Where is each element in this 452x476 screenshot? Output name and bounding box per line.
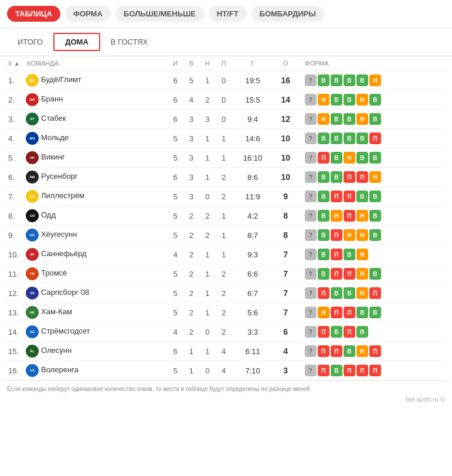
cell-goals: 7:10 xyxy=(232,361,274,380)
team-logo: RB xyxy=(26,171,39,183)
cell-team[interactable]: LSЛиллестрём xyxy=(23,187,167,206)
cell-team[interactable]: RBРусенборг xyxy=(23,168,167,187)
form-badge-4: Н xyxy=(356,113,368,125)
cell-goals: 6:6 xyxy=(232,264,274,284)
form-badge-3: В xyxy=(344,74,355,86)
form-badge-0: ? xyxy=(305,132,317,144)
cell-lost: 2 xyxy=(216,322,232,342)
form-badge-2: В xyxy=(331,171,342,183)
cell-team[interactable]: VÅВолеренга xyxy=(23,361,167,380)
cell-points: 4 xyxy=(274,342,298,361)
standings-table-container: # ▲ КОМАНДА И В Н П Г О ФОРМА 1.BGБудё/Г… xyxy=(0,56,452,380)
cell-won: 2 xyxy=(183,226,199,245)
form-badge-1: В xyxy=(318,171,329,183)
form-badge-2: В xyxy=(331,365,342,376)
cell-team[interactable]: ODОдд xyxy=(23,206,167,226)
standings-rows: 1.BGБудё/Глимт651019:516?ВВВВН2.BRБранн6… xyxy=(6,71,446,380)
cell-pos: 12. xyxy=(6,284,23,303)
top-tab-нт-ft[interactable]: НТ/FT xyxy=(209,6,247,22)
standings-table: # ▲ КОМАНДА И В Н П Г О ФОРМА 1.BGБудё/Г… xyxy=(6,56,446,380)
cell-played: 4 xyxy=(167,245,183,264)
team-logo: TR xyxy=(26,267,39,280)
top-tab-таблица[interactable]: ТАБЛИЦА xyxy=(7,6,60,22)
cell-goals: 8:6 xyxy=(232,168,274,187)
team-logo: VÅ xyxy=(26,364,39,377)
cell-team[interactable]: ÅLОлесунн xyxy=(23,342,167,361)
cell-goals: 11:9 xyxy=(232,187,274,206)
cell-team[interactable]: S8Сарпсборг 08 xyxy=(23,284,167,303)
form-badge-0: ? xyxy=(305,287,317,299)
cell-points: 10 xyxy=(274,168,298,187)
cell-lost: 0 xyxy=(216,90,232,110)
cell-spacer xyxy=(298,90,303,110)
top-tab-больше-меньше[interactable]: БОЛЬШЕ/МЕНЬШЕ xyxy=(115,6,204,22)
form-badge-4: В xyxy=(356,307,368,318)
cell-team[interactable]: BRБранн xyxy=(23,90,167,110)
cell-team[interactable]: SFСаннефьёрд xyxy=(23,245,167,264)
sub-tab-в гостях[interactable]: В ГОСТЯХ xyxy=(100,34,158,50)
sub-tab-дома[interactable]: ДОМА xyxy=(53,33,100,51)
cell-points: 7 xyxy=(274,264,298,284)
col-points: О xyxy=(274,56,298,71)
cell-won: 1 xyxy=(183,342,199,361)
form-badge-4: Н xyxy=(356,210,368,222)
form-badge-3: П xyxy=(344,171,355,183)
cell-form: ?НВВНВ xyxy=(303,110,446,129)
cell-pos: 14. xyxy=(6,322,23,342)
cell-team[interactable]: МОМольде xyxy=(23,129,167,148)
cell-goals: 6:11 xyxy=(232,342,274,361)
cell-team[interactable]: TRТромсё xyxy=(23,264,167,284)
table-row: 6.RBРусенборг63128:610?ВВППН xyxy=(6,168,446,187)
team-logo: BR xyxy=(26,93,39,106)
table-row: 16.VÅВолеренга51047:103?ПВППП xyxy=(6,361,446,380)
table-row: 4.МОМольде531114:610?ВВВВП xyxy=(6,129,446,148)
form-badge-4: П xyxy=(356,365,368,376)
cell-team[interactable]: SGСтрёмсгодсет xyxy=(23,322,167,342)
top-tabs-container: ТАБЛИЦАФОРМАБОЛЬШЕ/МЕНЬШЕНТ/FTБОМБАРДИРЫ xyxy=(0,0,452,28)
cell-drawn: 1 xyxy=(199,303,216,322)
cell-goals: 16:10 xyxy=(232,148,274,168)
cell-team[interactable]: STСтабек xyxy=(23,110,167,129)
cell-pos: 11. xyxy=(6,264,23,284)
cell-goals: 6:7 xyxy=(232,284,274,303)
cell-points: 7 xyxy=(274,284,298,303)
form-badge-4: Н xyxy=(356,345,368,357)
cell-team[interactable]: VKВикинг xyxy=(23,148,167,168)
cell-points: 10 xyxy=(274,148,298,168)
cell-spacer xyxy=(298,361,303,380)
cell-played: 5 xyxy=(167,129,183,148)
cell-team[interactable]: HKХам-Кам xyxy=(23,303,167,322)
table-header: # ▲ КОМАНДА И В Н П Г О ФОРМА xyxy=(6,56,446,71)
cell-played: 5 xyxy=(167,284,183,303)
form-badge-0: ? xyxy=(305,94,317,106)
form-badge-1: Н xyxy=(318,94,329,106)
form-badge-4: П xyxy=(356,171,368,183)
cell-pos: 2. xyxy=(6,90,23,110)
cell-won: 5 xyxy=(183,71,199,90)
form-badge-3: В xyxy=(344,113,355,125)
cell-team[interactable]: BGБудё/Глимт xyxy=(23,71,167,90)
cell-spacer xyxy=(298,284,303,303)
cell-spacer xyxy=(298,245,303,264)
form-badge-1: В xyxy=(318,74,329,86)
cell-drawn: 1 xyxy=(199,168,216,187)
cell-points: 14 xyxy=(274,90,298,110)
team-name-text: Волеренга xyxy=(41,365,79,374)
cell-lost: 4 xyxy=(216,342,232,361)
cell-pos: 16. xyxy=(6,361,23,380)
footer-brand: bid-sport.ru © xyxy=(0,395,452,406)
cell-pos: 15. xyxy=(6,342,23,361)
sub-tab-итого[interactable]: ИТОГО xyxy=(7,34,53,50)
team-name-text: Сарпсборг 08 xyxy=(41,288,89,297)
cell-played: 6 xyxy=(167,110,183,129)
form-badge-2: Н xyxy=(331,210,342,222)
team-name-text: Стабек xyxy=(41,114,66,123)
top-tab-форма[interactable]: ФОРМА xyxy=(65,6,111,22)
cell-spacer xyxy=(298,187,303,206)
cell-team[interactable]: HGХёугесунн xyxy=(23,226,167,245)
cell-won: 2 xyxy=(183,322,199,342)
top-tab-бомбардиры[interactable]: БОМБАРДИРЫ xyxy=(252,6,324,22)
form-badge-1: П xyxy=(318,287,329,299)
cell-points: 8 xyxy=(274,206,298,226)
form-badge-3: Н xyxy=(344,152,355,164)
